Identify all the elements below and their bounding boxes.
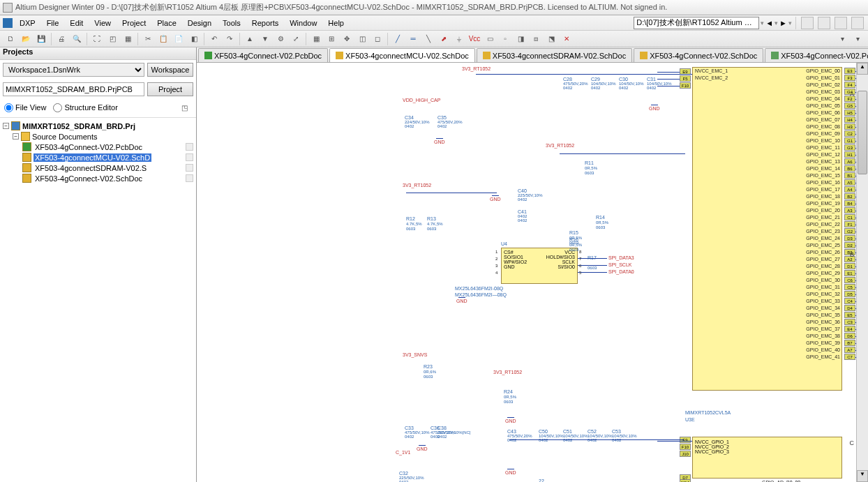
print-icon[interactable]: 🖨 (54, 32, 68, 46)
panel-settings-icon[interactable]: ◳ (177, 100, 191, 114)
gpio-label: GPIO_EMC_39 (797, 340, 840, 345)
gpio-label: GPIO_EMC_34 (797, 306, 840, 310)
nav-path[interactable]: D:\[07]技术创新\RT1052 Altium … (634, 17, 759, 29)
nvcc-emc-1: NVCC_EMC_1 (695, 68, 728, 73)
res-ref: R240R,5%0603 (504, 389, 516, 404)
scroll-down-icon[interactable]: ▼ (857, 470, 868, 482)
tree-root[interactable]: MIMXRT1052_SDRAM_BRD.Prj (22, 122, 135, 130)
nav-home-icon[interactable] (801, 17, 814, 29)
menu-window[interactable]: Window (284, 19, 322, 27)
preview-icon[interactable]: 🔍 (70, 32, 84, 46)
nav-back-icon[interactable]: ◄ (765, 19, 773, 27)
pwr-3v3-2: 3V3_RT1052 (546, 143, 574, 148)
pin-number: H1 (844, 151, 855, 158)
undo-icon[interactable]: ↶ (207, 32, 221, 46)
port-icon[interactable]: ⬔ (544, 32, 558, 46)
gnd-symbol: GND (417, 445, 428, 451)
pwr-vdd-high: VDD_HIGH_CAP (403, 98, 440, 103)
open-icon[interactable]: 📂 (19, 32, 33, 46)
project-input[interactable] (3, 82, 144, 96)
scroll-up-icon[interactable]: ▲ (857, 63, 868, 75)
gpio-label: GPIO_EMC_36 (797, 319, 840, 324)
gnd-icon[interactable]: ⏚ (452, 32, 466, 46)
harness-icon[interactable]: ⧈ (529, 32, 543, 46)
project-tree[interactable]: −MIMXRT1052_SDRAM_BRD.Prj −Source Docume… (0, 118, 196, 482)
nav-forward-icon[interactable]: ► (779, 19, 787, 27)
project-button[interactable]: Project (147, 82, 193, 96)
hierarchy-up-icon[interactable]: ▲ (243, 32, 257, 46)
menu-design[interactable]: Design (182, 19, 217, 27)
new-icon[interactable]: 🗋 (3, 32, 17, 46)
menu-place[interactable]: Place (151, 19, 182, 27)
tab[interactable]: XF503-4gconnectSDRAM-V02.SchDoc (477, 48, 632, 62)
hierarchy-down-icon[interactable]: ▼ (258, 32, 272, 46)
zoom-fit-icon[interactable]: ⛶ (90, 32, 104, 46)
bus-icon[interactable]: ═ (406, 32, 420, 46)
part-icon[interactable]: ▭ (483, 32, 497, 46)
pin-number: C3 (844, 319, 855, 325)
gpio-label: GPIO_EMC_25 (797, 243, 840, 248)
zoom-area-icon[interactable]: ◰ (105, 32, 119, 46)
workspace-button[interactable]: Workspace (147, 63, 193, 77)
menu-reports[interactable]: Reports (246, 19, 285, 27)
wire-icon[interactable]: ╱ (391, 32, 405, 46)
pin-number: G1 (844, 137, 855, 144)
gpio-label: GPIO_EMC_22 (797, 222, 840, 227)
copy-icon[interactable]: 📋 (156, 32, 170, 46)
menu-edit[interactable]: Edit (64, 19, 89, 27)
move-icon[interactable]: ✥ (340, 32, 354, 46)
zoom-sheet-icon[interactable]: ▦ (121, 32, 135, 46)
spi-net: SPI_DATA0 (608, 269, 634, 274)
tool-more2[interactable]: ▾ (851, 32, 865, 46)
grid-icon[interactable]: ▦ (309, 32, 323, 46)
file-view-radio[interactable]: File View (4, 103, 46, 112)
pin-number: H5 (844, 110, 855, 116)
workspace-select[interactable]: Workspace1.DsnWrk (3, 63, 144, 77)
tree-file[interactable]: XF503-4gconnectSDRAM-V02.S (33, 164, 148, 172)
gpio-label: GPIO_EMC_24 (797, 236, 840, 241)
snap-icon[interactable]: ⊞ (324, 32, 338, 46)
tree-file[interactable]: XF503-4gConnect-V02.SchDoc (33, 174, 144, 183)
menu-dxp[interactable]: DXP (14, 19, 41, 27)
schematic-canvas[interactable]: NVCC_EMC_1NVCC_EMC_2GPIO_EMC_00E3SDRAM_D… (197, 63, 868, 482)
tab[interactable]: XF503-4gConnect-V02.PcbDoc (198, 48, 328, 62)
tree-file[interactable]: XF503-4gconnectMCU-V02.SchD (33, 153, 151, 162)
select-icon[interactable]: ◫ (355, 32, 369, 46)
sheet-icon[interactable]: ▫ (498, 32, 512, 46)
redo-icon[interactable]: ↷ (223, 32, 237, 46)
gpio-label: GPIO_EMC_04 (797, 96, 840, 101)
save-icon[interactable]: 💾 (34, 32, 48, 46)
compile-icon[interactable]: ⚙ (274, 32, 287, 46)
cap-ref: C43 (507, 429, 516, 434)
netlabel-icon[interactable]: ⬈ (437, 32, 451, 46)
tree-source-documents[interactable]: Source Documents (32, 133, 98, 141)
nav-pane1-icon[interactable] (818, 17, 830, 29)
vertical-scrollbar[interactable]: ▲ ▼ (856, 63, 868, 482)
vcc-icon[interactable]: Vcc (467, 32, 481, 46)
gpio-label: GPIO_EMC_02 (797, 82, 840, 87)
nav-pane3-icon[interactable] (851, 17, 864, 29)
structure-editor-radio[interactable]: Structure Editor (53, 103, 117, 112)
deselect-icon[interactable]: ◻ (371, 32, 384, 46)
paste-icon[interactable]: 📄 (172, 32, 186, 46)
crossprobe-icon[interactable]: ⤢ (289, 32, 303, 46)
menu-help[interactable]: Help (322, 19, 350, 27)
noerc-icon[interactable]: ✕ (560, 32, 574, 46)
menu-tools[interactable]: Tools (217, 19, 246, 27)
sheetentry-icon[interactable]: ◨ (514, 32, 527, 46)
busentry-icon[interactable]: ╲ (421, 32, 435, 46)
tab[interactable]: XF503-4gconnectMCU-V02.SchDoc (329, 48, 475, 62)
menu-file[interactable]: File (41, 19, 65, 27)
menu-project[interactable]: Project (117, 19, 151, 27)
menu-view[interactable]: View (89, 19, 117, 27)
tree-file[interactable]: XF503-4gConnect-V02.PcbDoc (33, 143, 144, 151)
tool-more1[interactable]: ▾ (835, 32, 849, 46)
cut-icon[interactable]: ✂ (141, 32, 155, 46)
tab[interactable]: XF503-4gConnect-V02.PcbD (765, 48, 868, 62)
gpio-label: GPIO_EMC_17 (797, 187, 840, 192)
gpio-label: GPIO_EMC_19 (797, 201, 840, 206)
rubber-icon[interactable]: ◧ (187, 32, 201, 46)
nav-pane2-icon[interactable] (835, 17, 847, 29)
tab[interactable]: XF503-4gConnect-V02.SchDoc (634, 48, 763, 62)
scroll-thumb[interactable] (858, 91, 867, 174)
